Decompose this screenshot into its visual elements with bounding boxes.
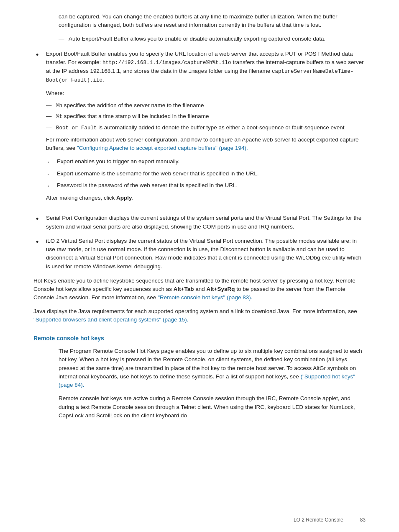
export-boot-code1: http://192.168.1.1/images/capture%h%t.il… (102, 60, 231, 66)
java-text: Java displays the Java requirements for … (33, 308, 357, 314)
where-h-text: specifies the addition of the server nam… (62, 102, 204, 108)
java-link[interactable]: "Supported browsers and client operating… (33, 316, 189, 323)
bullet-symbol-3: • (36, 237, 43, 247)
code-t: %t (56, 114, 62, 120)
alt-tab-bold: Alt+Tab (174, 286, 194, 292)
export-boot-content: Export Boot/Fault Buffer enables you to … (46, 50, 366, 208)
circle-symbol-2: ◦ (48, 171, 54, 177)
export-boot-code2: images (189, 69, 207, 75)
top-indent-block: can be captured. You can change the enab… (59, 13, 366, 43)
circle-password-text: Password is the password of the web serv… (57, 181, 238, 190)
code-boot-fault: Boot or Fault (56, 125, 97, 131)
hot-keys-text2: and (194, 286, 207, 292)
apache-link[interactable]: "Configuring Apache to accept exported c… (77, 145, 248, 151)
page-number: 83 (360, 516, 366, 524)
bullet-symbol-1: • (36, 50, 43, 60)
export-boot-text3: folder using the filename (207, 68, 272, 74)
main-bullet-list: • Export Boot/Fault Buffer enables you t… (33, 50, 366, 271)
footer-text: iLO 2 Remote Console (292, 516, 343, 524)
circle-item-export: ◦ Export enables you to trigger an expor… (46, 157, 366, 166)
dash-item-text: Auto Export/Fault Buffer allows you to e… (69, 35, 325, 43)
where-h-content: %h specifies the addition of the server … (56, 101, 204, 110)
circle-symbol-1: ◦ (48, 159, 54, 165)
code-h: %h (56, 103, 62, 109)
serial-port-content: Serial Port Configuration displays the c… (46, 214, 366, 231)
circle-username-text: Export username is the username for the … (57, 170, 258, 178)
dash-symbol: — (59, 35, 67, 43)
list-item-serial-port: • Serial Port Configuration displays the… (33, 214, 366, 231)
after-apply-dot: . (132, 195, 134, 201)
top-paragraph: can be captured. You can change the enab… (59, 13, 366, 30)
where-item-t: — %t specifies that a time stamp will be… (46, 112, 366, 121)
circle-symbol-3: ◦ (48, 183, 54, 189)
list-item-export-boot: • Export Boot/Fault Buffer enables you t… (33, 50, 366, 208)
ilo2-virtual-text: iLO 2 Virtual Serial Port displays the c… (46, 237, 366, 271)
java-paragraph: Java displays the Java requirements for … (33, 307, 366, 324)
dash-item-auto-export: — Auto Export/Fault Buffer allows you to… (59, 35, 366, 43)
where-t-text: specifies that a time stamp will be incl… (62, 113, 209, 119)
apache-para: For more information about web server co… (46, 136, 366, 153)
ilo2-virtual-content: iLO 2 Virtual Serial Port displays the c… (46, 237, 366, 271)
section-heading-remote-console: Remote console hot keys (33, 334, 366, 343)
where-item-h: — %h specifies the addition of the serve… (46, 101, 366, 110)
rc-para-1: The Program Remote Console Hot Keys page… (59, 347, 366, 389)
circle-item-password: ◦ Password is the password of the web se… (46, 181, 366, 190)
hot-keys-link1[interactable]: "Remote console hot keys" (page 83). (158, 294, 252, 301)
footer: iLO 2 Remote Console 83 (292, 516, 366, 524)
export-boot-text4: . (102, 77, 104, 83)
circle-list: ◦ Export enables you to trigger an expor… (46, 157, 366, 190)
circle-item-username: ◦ Export username is the username for th… (46, 170, 366, 178)
hot-keys-paragraph: Hot Keys enable you to define keystroke … (33, 277, 366, 302)
remote-console-section: The Program Remote Console Hot Keys page… (59, 347, 366, 420)
alt-sysrq-bold: Alt+SysRq (207, 286, 235, 292)
where-label: Where: (46, 89, 366, 98)
top-dash-list: — Auto Export/Fault Buffer allows you to… (59, 35, 366, 43)
export-boot-para: Export Boot/Fault Buffer enables you to … (46, 50, 366, 85)
where-boot-content: Boot or Fault is automatically added to … (56, 123, 344, 132)
page: can be captured. You can change the enab… (0, 0, 399, 532)
dash-t: — (46, 112, 54, 121)
where-t-content: %t specifies that a time stamp will be i… (56, 112, 209, 121)
bullet-symbol-2: • (36, 214, 43, 224)
after-apply-para: After making changes, click Apply. (46, 194, 366, 202)
where-item-boot: — Boot or Fault is automatically added t… (46, 123, 366, 132)
where-boot-text: is automatically added to denote the buf… (97, 124, 345, 131)
after-apply-text: After making changes, click (46, 195, 116, 201)
serial-port-text: Serial Port Configuration displays the c… (46, 214, 366, 231)
rc-para-2: Remote console hot keys are active durin… (59, 394, 366, 420)
dash-h: — (46, 101, 54, 110)
list-item-ilo2-virtual: • iLO 2 Virtual Serial Port displays the… (33, 237, 366, 271)
dash-boot: — (46, 123, 54, 132)
circle-export-text: Export enables you to trigger an export … (57, 157, 179, 166)
apply-bold: Apply (116, 195, 132, 201)
where-dash-list: — %h specifies the addition of the serve… (46, 101, 366, 132)
